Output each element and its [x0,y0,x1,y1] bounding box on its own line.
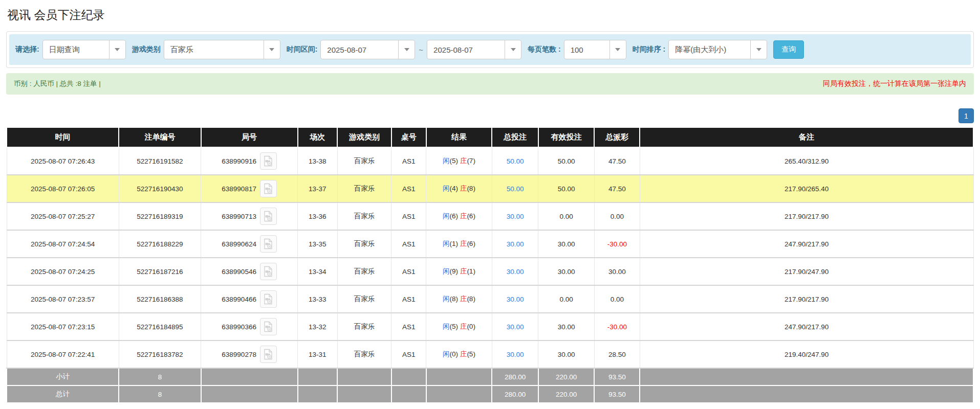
total-bet-link[interactable]: 30.00 [507,240,524,248]
result-player-label: 闲 [443,323,450,330]
result-player-label: 闲 [443,350,450,358]
game-type-select[interactable]: 百家乐 [164,40,280,59]
table-number-cell: AS1 [391,313,426,340]
video-playback-button[interactable] [260,208,277,225]
total-bet-cell: 30.00 [492,230,538,258]
valid-bet-cell: 0.00 [538,285,595,313]
time-sort-select[interactable]: 降幂(由大到小) [668,40,767,59]
round-number-wrap: 638990366 [203,318,295,335]
bet-time-cell: 2025-08-07 07:24:25 [7,258,119,285]
page-title: 视讯 会员下注纪录 [7,7,973,23]
video-playback-button[interactable] [260,346,277,363]
total-row-cell-6 [426,385,492,403]
bet-number-cell: 522716186388 [119,285,201,313]
total-bet-link[interactable]: 50.00 [507,157,524,165]
total-bet-cell: 50.00 [492,147,538,175]
total-bet-link[interactable]: 30.00 [507,323,524,331]
video-playback-button[interactable] [260,180,277,197]
subtotal-row-cell-9: 93.50 [594,368,640,385]
result-cell: 闲(1) 庄(6) [426,230,492,258]
date-from-select[interactable]: 2025-08-07 [320,40,415,59]
subtotal-row-cell-10 [640,368,973,385]
round-number-wrap: 638990713 [203,208,295,225]
total-row-cell-3 [298,385,337,403]
round-number: 638990546 [222,268,256,276]
result-player-label: 闲 [443,267,450,275]
round-number: 638990278 [222,351,256,358]
total-bet-link[interactable]: 30.00 [507,296,524,303]
total-row-cell-10 [640,385,973,403]
pagination: 1 [6,108,974,123]
video-record-icon [263,293,273,305]
total-bet-link[interactable]: 50.00 [507,185,524,193]
time-sort-value: 降幂(由大到小) [669,40,750,59]
round-number-wrap: 638990624 [203,235,295,253]
subtotal-row-cell-7: 280.00 [492,368,538,385]
table-number-cell: AS1 [391,340,426,368]
video-record-icon [263,266,273,277]
payout-cell: 30.00 [594,258,640,285]
valid-bet-cell: 30.00 [538,340,595,368]
page-number-button[interactable]: 1 [959,108,974,123]
total-row-cell-2 [201,385,298,403]
video-playback-button[interactable] [260,263,277,280]
table-header-row: 时间注单编号局号场次游戏类别桌号结果总投注有效投注总派彩备注 [7,127,973,147]
result-banker-label: 庄 [460,185,467,192]
range-separator: ~ [419,46,423,54]
date-to-select[interactable]: 2025-08-07 [427,40,521,59]
subtotal-row-cell-6 [426,368,492,385]
payout-cell: -30.00 [594,230,640,258]
round-number-wrap: 638990916 [203,152,295,170]
filter-panel: 请选择: 日期查询 游戏类别 百家乐 时间区间: 2025-08-07 ~ 20… [6,31,974,68]
subtotal-row-cell-0: 小计 [7,368,119,385]
game-type-cell: 百家乐 [337,147,391,175]
video-playback-button[interactable] [260,152,277,170]
payout-cell: 0.00 [594,285,640,313]
table-row: 2025-08-07 07:22:41522716183782638990278… [7,340,973,368]
table-number-cell: AS1 [391,175,426,202]
session-cell: 13-37 [298,175,337,202]
video-playback-button[interactable] [260,290,277,308]
payout-cell: 0.00 [594,202,640,230]
video-record-icon [263,211,273,222]
column-header-10: 备注 [640,127,973,147]
remark-cell: 217.90/217.90 [640,202,973,230]
round-number-wrap: 638990817 [203,180,295,197]
valid-bet-cell: 50.00 [538,175,595,202]
video-record-icon [263,349,273,360]
subtotal-row: 小计8280.00220.0093.50 [7,368,973,385]
bet-time-cell: 2025-08-07 07:23:57 [7,285,119,313]
round-number: 638990466 [222,296,256,303]
total-row-cell-7: 280.00 [492,385,538,403]
session-cell: 13-32 [298,313,337,340]
round-number-cell: 638990916 [201,147,298,175]
remark-cell: 217.90/217.90 [640,285,973,313]
table-row: 2025-08-07 07:26:05522716190430638990817… [7,175,973,202]
total-bet-cell: 30.00 [492,313,538,340]
query-type-select[interactable]: 日期查询 [42,40,126,59]
total-bet-link[interactable]: 30.00 [507,351,524,358]
subtotal-row-cell-1: 8 [119,368,201,385]
search-button[interactable]: 查询 [773,40,804,59]
total-bet-link[interactable]: 30.00 [507,213,524,220]
video-record-icon [263,238,273,249]
game-type-label: 游戏类别 [132,45,161,54]
session-cell: 13-36 [298,202,337,230]
subtotal-row-cell-5 [391,368,426,385]
total-bet-link[interactable]: 30.00 [507,268,524,276]
page-size-select[interactable]: 100 [564,40,626,59]
bet-time-cell: 2025-08-07 07:22:41 [7,340,119,368]
table-number-cell: AS1 [391,258,426,285]
total-row-cell-8: 220.00 [538,385,595,403]
filter-bar: 请选择: 日期查询 游戏类别 百家乐 时间区间: 2025-08-07 ~ 20… [9,34,971,65]
table-number-cell: AS1 [391,202,426,230]
game-type-cell: 百家乐 [337,230,391,258]
result-banker-score: (5) [467,350,475,358]
chevron-down-icon [109,40,125,59]
round-number-wrap: 638990278 [203,346,295,363]
video-playback-button[interactable] [260,235,277,253]
table-number-cell: AS1 [391,230,426,258]
chevron-down-icon [505,40,521,59]
video-playback-button[interactable] [260,318,277,335]
query-type-value: 日期查询 [43,40,109,59]
